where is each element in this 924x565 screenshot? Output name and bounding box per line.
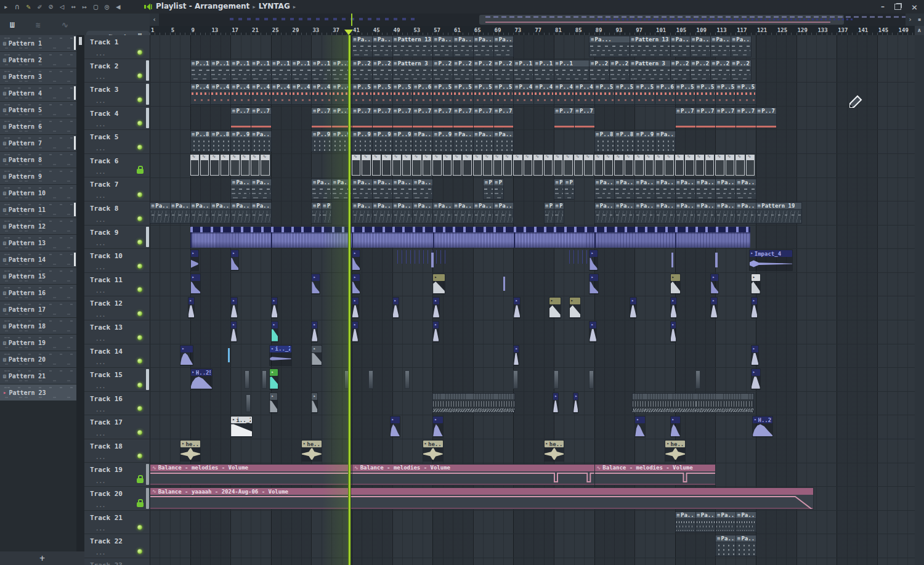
clip-pattern[interactable]: ▤P..4: [554, 83, 575, 105]
clip-tick[interactable]: [431, 253, 434, 267]
clip-pattern[interactable]: ▤Pa..: [493, 179, 504, 200]
clip-pattern[interactable]: ▤Pa..: [736, 535, 756, 556]
track-header[interactable]: Track 2...: [84, 59, 150, 83]
scroll-up-button[interactable]: ∧: [915, 26, 924, 35]
clip-pattern[interactable]: ▤Pa..: [594, 202, 615, 224]
track-enable-led[interactable]: [137, 311, 142, 316]
clip-pattern[interactable]: ▤P..7: [230, 107, 251, 129]
pattern-list-item[interactable]: ▤Pattern 9: [0, 168, 76, 184]
clip-pattern[interactable]: ▤Pa..: [634, 179, 655, 200]
clip-pattern[interactable]: ▤Pa..: [453, 36, 474, 57]
clip-pattern[interactable]: ▤P..2: [432, 60, 453, 81]
clip-pattern[interactable]: ▤P..8: [190, 131, 211, 152]
track-lane[interactable]: ∿∿∿∿∿∿∿∿∿∿∿∿∿∿∿∿∿∿∿∿∿∿∿∿∿∿∿∿∿∿∿∿∿∿∿∿∿∿∿∿…: [150, 154, 915, 178]
clip-pattern[interactable]: ▤P..8: [210, 131, 231, 152]
track-enable-led[interactable]: [137, 145, 142, 150]
clip-audio[interactable]: ▸: [630, 297, 637, 319]
track-header[interactable]: Track 6...: [84, 154, 150, 178]
clip-audio[interactable]: ▸: [670, 297, 678, 319]
clip-pattern[interactable]: ▤Pa..: [251, 202, 272, 224]
clip-audio[interactable]: ▸: [589, 274, 599, 295]
pattern-list-item[interactable]: ▤Pattern 17: [0, 301, 76, 317]
clip-pattern[interactable]: ▤Pattern 3: [392, 60, 434, 81]
track-enable-led[interactable]: [137, 453, 142, 458]
clip-audio[interactable]: ▸: [271, 321, 278, 343]
clip-pattern[interactable]: ▤P..9: [634, 131, 655, 152]
clip-pattern[interactable]: ▤Pa..: [493, 202, 514, 224]
clip-pattern[interactable]: ▤P..5: [372, 83, 393, 105]
clip-pattern[interactable]: ▤P..5: [493, 83, 514, 105]
clip-slice[interactable]: ∿: [665, 155, 673, 176]
clip-pattern[interactable]: ▤P..2: [453, 60, 474, 81]
clip-audio[interactable]: ▸: [311, 392, 318, 414]
clip-pattern[interactable]: ▤Pa..: [731, 36, 752, 57]
clip-pattern[interactable]: ▤P..1: [210, 60, 231, 81]
track-enable-led[interactable]: [137, 50, 142, 55]
track-lane[interactable]: ▤Pa..▤Pa..▤Pa..▤Pa..▤Pa..▤Pa..▤Pa..▤Pa..…: [150, 201, 915, 226]
clip-pattern[interactable]: ▤P..5: [614, 83, 635, 105]
track-options[interactable]: ...: [95, 240, 105, 246]
clip-pattern[interactable]: ▤Pa..: [493, 131, 514, 152]
clip-pattern[interactable]: ▤P..2: [609, 60, 630, 81]
clip-automation[interactable]: ∿Balance - melodies - Volume: [352, 464, 595, 486]
clip-audio[interactable]: ▸: [710, 297, 718, 319]
pattern-list-item[interactable]: ▤Pattern 21: [0, 368, 76, 384]
clip-pattern[interactable]: ▤Pa..: [372, 179, 393, 200]
track-options[interactable]: ...: [95, 169, 105, 175]
clip-pattern[interactable]: ▤P..1: [190, 60, 211, 81]
clip-pattern[interactable]: ▤Pa..: [150, 202, 171, 224]
track-options[interactable]: ...: [95, 383, 105, 389]
track-enable-led[interactable]: [137, 335, 142, 340]
clip-pattern[interactable]: ▤P..8: [594, 131, 615, 152]
track-header[interactable]: Track 10...: [84, 249, 150, 273]
clip-pattern[interactable]: ▤P..1: [271, 60, 292, 81]
clip-pattern[interactable]: ▤P..9: [230, 131, 251, 152]
clip-audio[interactable]: ▸: [269, 368, 278, 390]
clip-audio[interactable]: ▸: [352, 274, 360, 295]
clip-pattern[interactable]: ▤Pa..: [372, 202, 393, 224]
clip-audio[interactable]: ▸: [190, 250, 199, 271]
track-options[interactable]: ...: [95, 550, 105, 556]
track-header[interactable]: Track 3...: [84, 83, 150, 107]
clip-slice[interactable]: ∿: [382, 155, 391, 176]
clip-pattern[interactable]: ▤P..7: [756, 107, 777, 129]
clip-pattern[interactable]: ▤Pa..: [453, 131, 474, 152]
pattern-list-item[interactable]: ▤Pattern 3: [0, 68, 76, 84]
add-pattern-plus-button[interactable]: +: [39, 554, 45, 563]
clip-riser[interactable]: [554, 370, 559, 389]
pattern-list-item[interactable]: ▤Pattern 14: [0, 251, 76, 267]
clip-pattern[interactable]: ▤P..2: [493, 60, 514, 81]
track-lane[interactable]: [150, 558, 915, 565]
clip-pattern[interactable]: ▤Pa..: [473, 202, 494, 224]
clip-pattern[interactable]: ▤P..4: [190, 83, 211, 105]
track-options[interactable]: ...: [95, 454, 105, 460]
clip-slice[interactable]: ∿: [705, 155, 714, 176]
pattern-list-item[interactable]: ▤Pattern 15: [0, 268, 76, 284]
track-header[interactable]: Track 22...: [84, 534, 150, 558]
clip-pattern[interactable]: ▤P..1: [291, 60, 312, 81]
clip-stutter[interactable]: [632, 393, 754, 413]
clip-slice[interactable]: ∿: [554, 155, 562, 176]
clip-pattern[interactable]: ▤Pa..: [352, 202, 373, 224]
slip-tool-icon[interactable]: ✎: [26, 0, 30, 14]
audio-clips-icon[interactable]: ≋: [36, 20, 41, 30]
clip-pattern[interactable]: ▤P..7: [736, 107, 756, 129]
clip-audio[interactable]: ▸he..9: [665, 440, 686, 461]
clip-audio[interactable]: ▸: [392, 297, 400, 319]
clip-pattern[interactable]: ▤Pa..: [736, 179, 756, 200]
clip-slice[interactable]: ∿: [392, 155, 401, 176]
clip-pattern[interactable]: ▤Pa..: [473, 36, 494, 57]
scroll-left-button[interactable]: ‹: [150, 14, 159, 26]
clip-pattern[interactable]: ▤Pa..: [675, 179, 696, 200]
track-options[interactable]: ...: [95, 431, 105, 437]
track-header[interactable]: Track 18...: [84, 439, 150, 463]
track-header[interactable]: Track 7...: [84, 177, 150, 201]
clip-audio[interactable]: ▸he..9: [180, 440, 201, 461]
clip-pattern[interactable]: ▤P..2: [589, 60, 610, 81]
clip-riser[interactable]: [513, 370, 518, 389]
track-header[interactable]: Track 17...: [84, 415, 150, 439]
clip-audio[interactable]: ▸: [670, 416, 681, 437]
clip-pattern[interactable]: ▤Pa..: [554, 179, 564, 200]
track-options[interactable]: ...: [95, 502, 105, 508]
scrollbar-thumb[interactable]: [79, 37, 82, 45]
